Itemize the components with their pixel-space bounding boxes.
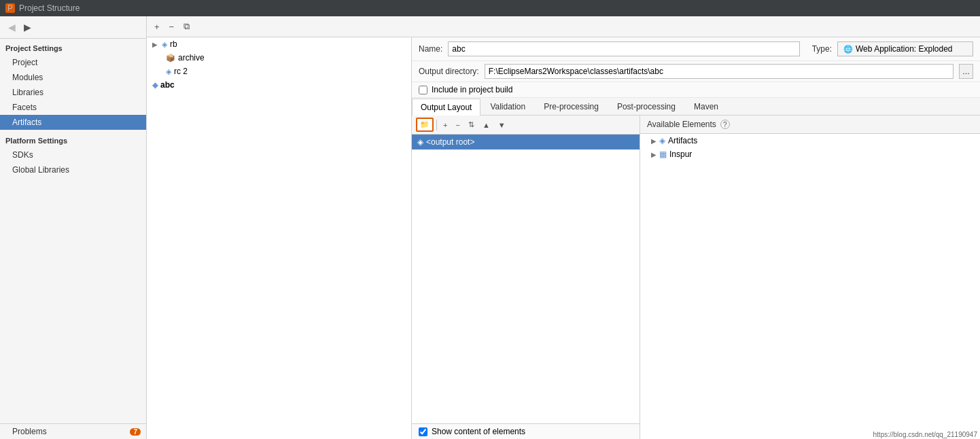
title-bar: P Project Structure [0,0,980,16]
layout-toolbar: 📁 + − ⇅ ▲ ▼ [412,116,640,135]
tree-item-rc2[interactable]: ◈ rc 2 [147,65,411,78]
move-up-button[interactable]: ▲ [479,119,493,131]
tab-maven[interactable]: Maven [685,98,727,115]
available-elements-title: Available Elements [647,120,716,129]
copy-artifact-button[interactable]: ⧉ [180,19,193,34]
type-label: Type: [812,44,832,54]
remove-artifact-button[interactable]: − [166,20,178,34]
type-value-display: 🌐 Web Application: Exploded [837,41,973,56]
tabs-bar: Output Layout Validation Pre-processing … [412,98,980,116]
name-input[interactable] [448,41,799,56]
artifacts-expand-arrow: ▶ [651,137,657,145]
remove-element-button[interactable]: − [452,119,463,131]
platform-settings-label: Platform Settings [0,130,146,147]
main-panel: 📁 + − ⇅ ▲ ▼ ◈ <output root> [412,116,980,439]
name-label: Name: [419,44,442,54]
sort-button[interactable]: ⇅ [465,118,478,131]
bottom-bar: Show content of elements [412,423,640,439]
output-root-label: <output root> [426,137,474,147]
add-artifact-button[interactable]: + [151,20,163,34]
artifacts-icon: ◈ [659,136,665,145]
sidebar: ◀ ▶ Project Settings Project Modules Lib… [0,16,147,439]
output-tree: ◈ <output root> [412,135,640,423]
name-type-row: Name: Type: 🌐 Web Application: Exploded [412,37,980,61]
content-toolbar: + − ⧉ [147,16,980,37]
tree-item-archive[interactable]: 📦 archive [147,51,411,65]
sidebar-item-global-libraries[interactable]: Global Libraries [0,162,146,177]
inspur-icon: ▦ [659,150,667,159]
tab-post-processing[interactable]: Post-processing [608,98,684,115]
window-title: Project Structure [19,3,80,13]
show-content-checkbox[interactable] [419,427,427,436]
available-tree: ▶ ◈ Artifacts ▶ ▦ Inspur [640,134,980,439]
rb-icon: ◈ [162,40,167,49]
show-content-label: Show content of elements [432,427,525,436]
available-item-artifacts[interactable]: ▶ ◈ Artifacts [640,134,980,147]
sidebar-item-facets[interactable]: Facets [0,100,146,115]
tree-item-abc[interactable]: ◈ abc [147,78,411,92]
inspur-label: Inspur [669,150,692,159]
help-icon[interactable]: ? [720,120,730,129]
url-bar: https://blog.csdn.net/qq_21190947 [871,430,980,439]
browse-output-dir-button[interactable]: … [959,64,973,79]
expand-arrow-rb: ▶ [152,41,158,48]
output-dir-label: Output directory: [419,67,479,76]
artifacts-tree-panel: ▶ ◈ rb 📦 archive ◈ rc 2 ◈ abc [147,37,412,439]
available-elements-header: Available Elements ? [640,116,980,134]
rc2-icon: ◈ [166,67,171,76]
problems-badge: 7 [130,428,141,436]
toolbar-separator-1 [436,120,437,130]
sidebar-item-artifacts[interactable]: Artifacts [0,115,146,130]
project-settings-label: Project Settings [0,39,146,55]
output-dir-row: Output directory: … [412,61,980,82]
add-element-button[interactable]: + [440,119,451,131]
type-icon: 🌐 [843,45,853,54]
app-icon: P [5,3,15,13]
nav-forward-button[interactable]: ▶ [21,20,34,34]
output-root-icon: ◈ [417,137,423,147]
sidebar-item-problems[interactable]: Problems 7 [0,423,146,439]
archive-icon: 📦 [166,54,175,63]
main-layout: ◀ ▶ Project Settings Project Modules Lib… [0,16,980,439]
include-build-row: Include in project build [412,82,980,98]
include-build-label: Include in project build [432,85,512,94]
output-root-item[interactable]: ◈ <output root> [412,135,640,150]
sidebar-nav: ◀ ▶ [0,16,146,39]
nav-back-button[interactable]: ◀ [5,20,18,34]
tab-pre-processing[interactable]: Pre-processing [535,98,608,115]
tab-output-layout[interactable]: Output Layout [412,99,480,116]
sidebar-item-libraries[interactable]: Libraries [0,85,146,100]
available-elements-panel: Available Elements ? ▶ ◈ Artifacts ▶ [640,116,980,439]
inspur-expand-arrow: ▶ [651,151,657,158]
output-layout-panel: 📁 + − ⇅ ▲ ▼ ◈ <output root> [412,116,640,439]
move-down-button[interactable]: ▼ [495,119,509,131]
problems-label: Problems [12,427,47,436]
sidebar-item-sdks[interactable]: SDKs [0,147,146,162]
sidebar-item-modules[interactable]: Modules [0,70,146,85]
tree-item-rb[interactable]: ▶ ◈ rb [147,37,411,51]
content-area: + − ⧉ ▶ ◈ rb 📦 archive ◈ rc 2 [147,16,980,439]
tab-validation[interactable]: Validation [481,98,534,115]
include-build-checkbox[interactable] [419,86,427,94]
type-text: Web Application: Exploded [856,44,953,54]
sidebar-item-project[interactable]: Project [0,55,146,70]
available-item-inspur[interactable]: ▶ ▦ Inspur [640,147,980,161]
abc-icon: ◈ [152,81,158,90]
output-dir-input[interactable] [485,64,953,79]
artifacts-label: Artifacts [668,136,697,145]
create-dir-button[interactable]: 📁 [416,118,434,132]
